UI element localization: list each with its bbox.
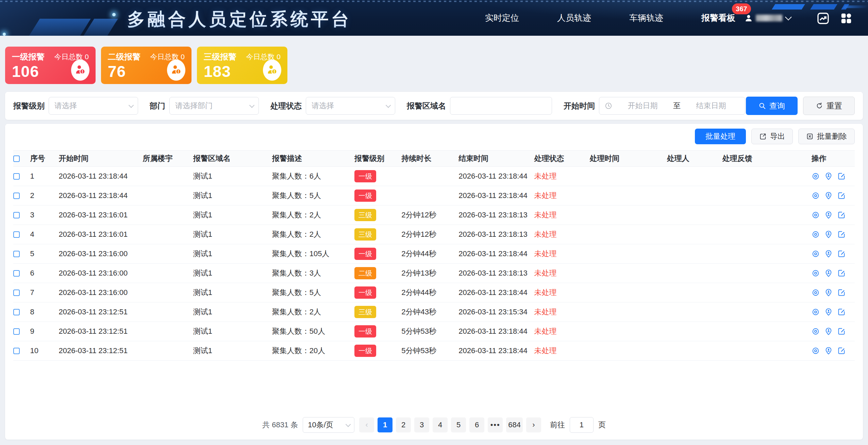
- date-range-separator: 至: [673, 101, 681, 111]
- nav-item[interactable]: 车辆轨迹: [629, 12, 663, 23]
- row-checkbox[interactable]: [13, 348, 20, 354]
- apps-grid-icon-button[interactable]: [839, 11, 854, 26]
- row-checkbox[interactable]: [13, 251, 20, 257]
- alarm-stat-card[interactable]: 一级报警 今日总数 0 106: [5, 47, 96, 84]
- total-count: 共 6831 条: [262, 420, 298, 430]
- row-checkbox[interactable]: [13, 231, 20, 238]
- monitor-chart-icon-button[interactable]: [816, 11, 831, 26]
- view-icon[interactable]: [812, 230, 820, 238]
- col-header: 序号: [30, 153, 59, 164]
- more-pages-indicator[interactable]: •••: [488, 417, 503, 432]
- cell-index: 8: [30, 308, 59, 316]
- view-icon[interactable]: [812, 347, 820, 355]
- locate-person-icon[interactable]: [824, 250, 833, 258]
- cell-duration: 5分钟53秒: [401, 346, 458, 356]
- edit-icon[interactable]: [837, 327, 846, 335]
- view-icon[interactable]: [812, 327, 820, 335]
- user-area[interactable]: [744, 0, 790, 36]
- edit-icon[interactable]: [837, 192, 846, 200]
- view-icon[interactable]: [812, 289, 820, 297]
- locate-person-icon[interactable]: [824, 327, 833, 335]
- row-checkbox[interactable]: [13, 290, 20, 296]
- row-checkbox[interactable]: [13, 328, 20, 335]
- view-icon[interactable]: [812, 308, 820, 316]
- cell-start-time: 2026-03-11 23:12:51: [59, 327, 143, 336]
- cell-end-time: 2026-03-11 23:18:44: [458, 327, 534, 336]
- cell-description: 聚集人数：5人: [272, 191, 354, 201]
- cell-area-name: 测试1: [193, 268, 272, 278]
- select-all-checkbox[interactable]: [13, 155, 20, 162]
- alarm-level-select[interactable]: 请选择: [49, 97, 138, 115]
- row-actions: [812, 172, 852, 180]
- edit-icon[interactable]: [837, 308, 846, 316]
- nav-item[interactable]: 人员轨迹: [557, 12, 591, 23]
- row-checkbox[interactable]: [13, 212, 20, 218]
- cell-end-time: 2026-03-11 23:18:13: [458, 269, 534, 278]
- page-size-value: 10条/页: [308, 420, 333, 430]
- reset-button[interactable]: 重置: [803, 97, 855, 115]
- row-checkbox[interactable]: [13, 270, 20, 277]
- handle-status-select[interactable]: 请选择: [306, 97, 395, 115]
- locate-person-icon[interactable]: [824, 192, 833, 200]
- alarm-stat-card[interactable]: 三级报警 今日总数 0 183: [197, 47, 287, 84]
- edit-icon[interactable]: [837, 172, 846, 180]
- locate-person-icon[interactable]: [824, 172, 833, 180]
- alarm-level-badge: 二级: [354, 267, 376, 279]
- view-icon[interactable]: [812, 172, 820, 180]
- goto-page-input[interactable]: 1: [570, 417, 594, 433]
- batch-delete-button[interactable]: 批量删除: [798, 129, 855, 144]
- person-alert-icon: [263, 60, 281, 81]
- page-size-select[interactable]: 10条/页: [303, 417, 354, 433]
- page-number-button[interactable]: 6: [469, 417, 484, 432]
- page-number-button[interactable]: 4: [433, 417, 448, 432]
- user-name-redacted: [756, 15, 782, 21]
- view-icon[interactable]: [812, 211, 820, 219]
- cell-duration: 2分钟44秒: [401, 287, 458, 298]
- query-button[interactable]: 查询: [746, 97, 798, 115]
- edit-icon[interactable]: [837, 230, 846, 238]
- view-icon[interactable]: [812, 192, 820, 200]
- alarm-area-input[interactable]: [450, 97, 552, 115]
- page-number-button[interactable]: 3: [414, 417, 429, 432]
- view-icon[interactable]: [812, 250, 820, 258]
- locate-person-icon[interactable]: [824, 230, 833, 238]
- table-row: 1 2026-03-11 23:18:44 测试1 聚集人数：6人 一级 202…: [13, 167, 855, 186]
- page-number-button[interactable]: 2: [396, 417, 411, 432]
- batch-process-button[interactable]: 批量处理: [695, 129, 746, 144]
- locate-person-icon[interactable]: [824, 347, 833, 355]
- row-actions: [812, 250, 852, 258]
- clock-icon: [605, 102, 612, 110]
- edit-icon[interactable]: [837, 289, 846, 297]
- locate-person-icon[interactable]: [824, 211, 833, 219]
- edit-icon[interactable]: [837, 250, 846, 258]
- locate-person-icon[interactable]: [824, 289, 833, 297]
- cell-end-time: 2026-03-11 23:18:13: [458, 211, 534, 219]
- date-range-picker[interactable]: 开始日期 至 结束日期: [599, 97, 745, 115]
- row-checkbox[interactable]: [13, 173, 20, 180]
- cell-start-time: 2026-03-11 23:16:00: [59, 269, 143, 278]
- edit-icon[interactable]: [837, 211, 846, 219]
- export-button[interactable]: 导出: [751, 129, 793, 144]
- cell-area-name: 测试1: [193, 229, 272, 240]
- view-icon[interactable]: [812, 269, 820, 277]
- nav-item[interactable]: 实时定位: [485, 12, 519, 23]
- alarm-stat-card[interactable]: 二级报警 今日总数 0 76: [101, 47, 191, 84]
- edit-icon[interactable]: [837, 269, 846, 277]
- cell-end-time: 2026-03-11 23:18:44: [458, 191, 534, 200]
- page-number-button[interactable]: 5: [451, 417, 466, 432]
- cell-start-time: 2026-03-11 23:12:51: [59, 308, 143, 316]
- page-number-button[interactable]: 684: [506, 417, 523, 432]
- nav-item[interactable]: 报警看板 367: [701, 12, 735, 23]
- page-number-button[interactable]: 1: [378, 417, 393, 432]
- prev-page-button[interactable]: ‹: [359, 417, 374, 432]
- locate-person-icon[interactable]: [824, 308, 833, 316]
- edit-icon[interactable]: [837, 347, 846, 355]
- next-page-button[interactable]: ›: [526, 417, 541, 432]
- locate-person-icon[interactable]: [824, 269, 833, 277]
- row-checkbox[interactable]: [13, 309, 20, 315]
- department-select[interactable]: 请选择部门: [169, 97, 259, 115]
- row-checkbox[interactable]: [13, 193, 20, 199]
- grid-icon: [840, 12, 853, 25]
- select-placeholder: 请选择部门: [175, 101, 213, 111]
- cell-description: 聚集人数：5人: [272, 287, 354, 298]
